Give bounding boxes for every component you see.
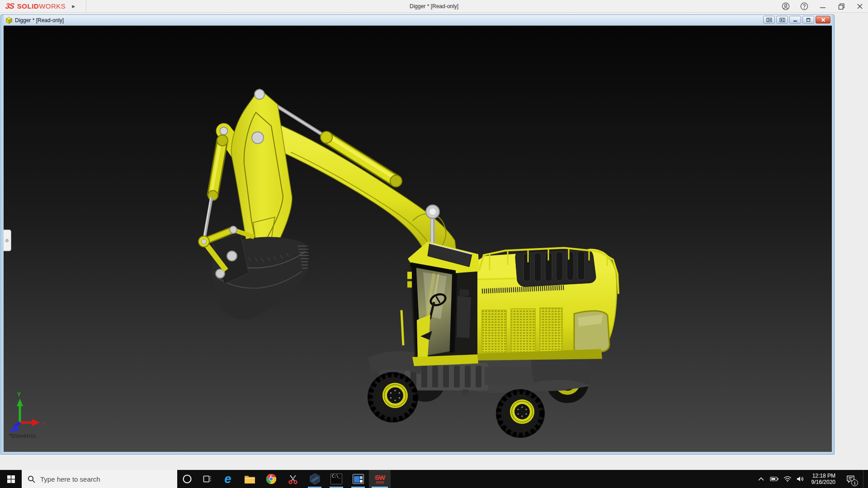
search-icon <box>28 475 35 483</box>
document-window: Digger * [Read-only] <box>0 14 835 455</box>
tray-chevron-icon[interactable] <box>757 470 766 488</box>
cortana-icon <box>182 474 193 484</box>
taskbar-composer-app[interactable] <box>304 470 326 488</box>
taskbar-file-explorer[interactable] <box>239 470 260 488</box>
document-titlebar[interactable]: Digger * [Read-only] <box>4 15 831 26</box>
taskbar-media-app[interactable] <box>347 470 369 488</box>
hexagon-app-icon <box>309 473 321 485</box>
solidworks-logo: 3S SOLIDWORKS ▶ <box>0 0 80 12</box>
dassault-3s-mark: 3S <box>5 2 14 11</box>
close-button[interactable] <box>854 1 865 12</box>
orientation-triad[interactable]: Y x <box>9 391 44 432</box>
search-input[interactable] <box>40 475 162 483</box>
restore-button[interactable] <box>836 1 847 12</box>
cab[interactable] <box>401 241 479 366</box>
graphics-viewport[interactable]: Y x *Dimetric <box>4 26 832 452</box>
command-prompt-icon: C:\_ <box>330 474 342 484</box>
pane-right-button[interactable] <box>776 16 788 23</box>
taskbar-clock[interactable]: 12:18 PM 9/16/2020 <box>809 473 838 485</box>
clock-date: 9/16/2020 <box>811 479 835 485</box>
taskbar-solidworks[interactable]: SW 2020 <box>369 470 391 488</box>
doc-minimize-button[interactable] <box>789 16 801 23</box>
wifi-icon[interactable] <box>783 470 792 488</box>
windows-taskbar: e C:\_ <box>0 470 868 488</box>
app-title: Digger * [Read-only] <box>0 0 868 13</box>
solidworks-2020-icon: SW 2020 <box>375 474 385 484</box>
show-desktop-button[interactable] <box>863 470 865 488</box>
bucket[interactable] <box>212 234 309 319</box>
document-title: Digger * [Read-only] <box>15 17 64 23</box>
task-view-button[interactable] <box>197 470 217 488</box>
battery-icon[interactable] <box>770 470 779 488</box>
triad-y-label: Y <box>17 391 21 398</box>
start-button[interactable] <box>0 470 22 488</box>
view-orientation-label: *Dimetric <box>9 432 36 439</box>
blue-window-app-icon <box>353 474 364 484</box>
brand-works: WORKS <box>39 2 66 10</box>
menu-expand-arrow-icon[interactable]: ▶ <box>72 4 75 9</box>
taskbar-search[interactable] <box>22 470 177 488</box>
notification-badge: 1 <box>851 479 858 486</box>
pane-left-button[interactable] <box>763 16 775 23</box>
taskbar-snipping-tool[interactable] <box>282 470 304 488</box>
minimize-button[interactable] <box>817 1 828 12</box>
digger-3d-model[interactable]: Y x <box>4 26 832 452</box>
elbow-pin[interactable] <box>252 132 264 144</box>
edge-icon: e <box>224 473 231 485</box>
help-icon[interactable] <box>799 1 810 12</box>
rear-wheel[interactable] <box>496 389 545 438</box>
titlebar-separator <box>86 0 86 13</box>
cylinder-mount-pin[interactable] <box>220 127 228 135</box>
volume-icon[interactable] <box>796 470 805 488</box>
cortana-button[interactable] <box>177 470 197 488</box>
action-center-button[interactable]: 1 <box>842 470 859 488</box>
taskbar-edge[interactable]: e <box>217 470 239 488</box>
app-titlebar[interactable]: 3S SOLIDWORKS ▶ Digger * [Read-only] <box>0 0 868 13</box>
bucket-pin[interactable] <box>227 251 237 261</box>
doc-close-button[interactable] <box>816 16 830 23</box>
chrome-icon <box>266 474 277 484</box>
feature-tree-splitter-tab[interactable] <box>4 230 11 251</box>
file-explorer-icon <box>244 474 255 484</box>
bucket-cylinder[interactable] <box>203 135 228 241</box>
part-cube-icon <box>5 17 13 24</box>
triad-x-label: x <box>42 421 44 426</box>
doc-restore-button[interactable] <box>802 16 814 23</box>
scissors-icon <box>288 474 298 484</box>
clock-time: 12:18 PM <box>811 473 835 479</box>
stick-top-pin[interactable] <box>255 89 264 99</box>
taskbar-command-prompt[interactable]: C:\_ <box>326 470 347 488</box>
task-view-icon <box>203 475 212 483</box>
account-icon[interactable] <box>780 1 791 12</box>
front-wheel[interactable] <box>368 372 418 422</box>
taskbar-chrome[interactable] <box>260 470 282 488</box>
brand-solid: SOLID <box>17 2 39 10</box>
